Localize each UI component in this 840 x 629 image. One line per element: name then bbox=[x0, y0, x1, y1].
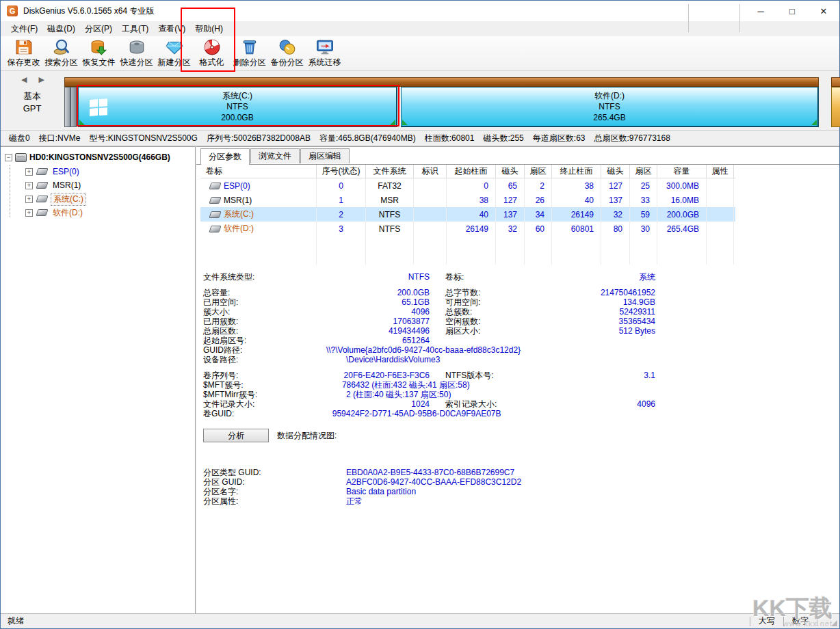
tree-item-label: 系统(C:) bbox=[51, 193, 86, 206]
column-header[interactable]: 磁头 bbox=[601, 165, 630, 178]
status-ready-text: 就绪 bbox=[8, 615, 24, 627]
toolbar-button-backup-partition[interactable]: 备份分区 bbox=[268, 36, 306, 70]
table-cell bbox=[366, 236, 414, 250]
volume-label-cell: MSR(1) bbox=[200, 193, 317, 207]
menu-item-file[interactable]: 文件(F) bbox=[6, 21, 42, 37]
detail-value: 2 (柱面:40 磁头:137 扇区:50) bbox=[268, 389, 451, 401]
table-cell bbox=[414, 236, 447, 250]
table-cell: 137 bbox=[496, 207, 525, 222]
maximize-button[interactable]: □ bbox=[776, 1, 808, 21]
table-cell: 65 bbox=[496, 178, 525, 193]
table-cell bbox=[552, 236, 601, 250]
table-cell: 127 bbox=[496, 193, 525, 207]
new-partition-icon bbox=[166, 38, 183, 56]
window-controls: ─□✕ bbox=[745, 1, 839, 21]
num-indicator: 数字 bbox=[792, 615, 809, 627]
table-cell bbox=[496, 236, 525, 250]
menu-item-partition[interactable]: 分区(P) bbox=[80, 21, 117, 37]
collapse-icon[interactable]: − bbox=[5, 154, 12, 161]
table-cell: 80 bbox=[601, 222, 630, 236]
column-header[interactable]: 终止柱面 bbox=[552, 165, 601, 178]
tree-item[interactable]: +系统(C:) bbox=[1, 192, 195, 206]
tab-sector-edit[interactable]: 扇区编辑 bbox=[300, 148, 350, 163]
detail-row: 总容量:200.0GB总字节数:214750461952 bbox=[203, 288, 682, 297]
next-disk-strip-fragment bbox=[831, 77, 840, 87]
disk-header-strip[interactable] bbox=[64, 77, 819, 87]
toolbar-button-save-changes[interactable]: 保存更改 bbox=[5, 36, 42, 70]
menu-item-disk[interactable]: 磁盘(D) bbox=[42, 21, 80, 37]
system-partition-block[interactable]: 系统(C:) NTFS 200.0GB bbox=[78, 87, 397, 127]
save-icon bbox=[15, 38, 33, 56]
disk-nav-arrows[interactable]: ◀ ▶ bbox=[21, 75, 49, 84]
column-header[interactable]: 扇区 bbox=[525, 165, 552, 178]
detail-value: 35365434 bbox=[521, 317, 655, 326]
tree-item[interactable]: +MSR(1) bbox=[1, 178, 195, 192]
toolbar-button-delete-partition[interactable]: 删除分区 bbox=[231, 36, 268, 70]
resize-grip[interactable] bbox=[826, 614, 839, 628]
table-cell: 26149 bbox=[447, 222, 496, 236]
column-header[interactable]: 扇区 bbox=[630, 165, 657, 178]
column-header[interactable]: 卷标 bbox=[200, 165, 317, 178]
toolbar-button-quick-partition[interactable]: 快速分区 bbox=[118, 36, 155, 70]
msr-partition-block[interactable] bbox=[70, 87, 77, 127]
expand-icon[interactable]: + bbox=[25, 209, 33, 217]
tree-item[interactable]: +ESP(0) bbox=[1, 165, 195, 178]
table-row[interactable]: 软件(D:)3NTFS261493260608018030265.4GB bbox=[200, 222, 735, 236]
toolbar-button-search-partition[interactable]: 搜索分区 bbox=[42, 36, 80, 70]
expand-icon[interactable]: + bbox=[25, 196, 33, 203]
title-bar: G DiskGenius V5.6.0.1565 x64 专业版 ─□✕ bbox=[1, 1, 839, 21]
format-icon bbox=[203, 38, 221, 56]
close-button[interactable]: ✕ bbox=[808, 1, 839, 21]
expand-icon[interactable]: + bbox=[25, 182, 33, 189]
partition-icon bbox=[209, 226, 221, 232]
analyze-button[interactable]: 分析 bbox=[203, 429, 269, 442]
column-header[interactable]: 属性 bbox=[707, 165, 734, 178]
diskgenius-window: G DiskGenius V5.6.0.1565 x64 专业版 ─□✕ 文件(… bbox=[0, 0, 840, 629]
column-header[interactable]: 标识 bbox=[414, 165, 447, 178]
table-cell: 1 bbox=[317, 193, 366, 207]
status-bar: 就绪 大写 数字 bbox=[1, 613, 839, 628]
column-header[interactable]: 起始柱面 bbox=[447, 165, 496, 178]
detail-row: GUID路径:\\?\Volume{a2bfc0d6-9427-40cc-baa… bbox=[203, 345, 682, 355]
column-header[interactable]: 序号(状态) bbox=[317, 165, 366, 178]
esp-partition-block[interactable] bbox=[64, 87, 70, 127]
menu-item-tools[interactable]: 工具(T) bbox=[117, 21, 153, 37]
table-cell bbox=[657, 236, 707, 250]
partition-icon bbox=[36, 182, 48, 189]
column-header[interactable]: 文件系统 bbox=[366, 165, 414, 178]
table-cell: 32 bbox=[601, 207, 630, 222]
table-row[interactable]: MSR(1)1MSR3812726401373316.0MB bbox=[200, 193, 735, 207]
table-cell: 32 bbox=[496, 222, 525, 236]
table-cell: MSR bbox=[366, 193, 414, 207]
volume-label: 系统(C:) bbox=[224, 209, 254, 220]
partition-name: 系统(C:) bbox=[222, 90, 252, 101]
toolbar-button-new-partition[interactable]: 新建分区 bbox=[155, 36, 193, 70]
table-cell bbox=[630, 236, 657, 250]
expand-icon[interactable]: + bbox=[25, 168, 33, 176]
partition-icon bbox=[36, 168, 48, 175]
toolbar-button-system-migration[interactable]: 系统迁移 bbox=[306, 36, 343, 70]
software-partition-block[interactable]: 软件(D:) NTFS 265.4GB bbox=[401, 87, 819, 127]
toolbar-button-label: 新建分区 bbox=[158, 57, 191, 68]
toolbar-button-recover-files[interactable]: 恢复文件 bbox=[80, 36, 118, 70]
partition-table-header: 卷标序号(状态)文件系统标识起始柱面磁头扇区终止柱面磁头扇区容量属性 bbox=[200, 165, 735, 178]
menu-item-help[interactable]: 帮助(H) bbox=[190, 21, 228, 37]
detail-row: $MFTMirr簇号:2 (柱面:40 磁头:137 扇区:50) bbox=[203, 390, 682, 399]
backup-partition-icon bbox=[278, 38, 296, 56]
column-header[interactable]: 磁头 bbox=[496, 165, 525, 178]
caps-indicator: 大写 bbox=[759, 615, 775, 627]
menu-item-view[interactable]: 查看(V) bbox=[153, 21, 190, 37]
toolbar-button-format[interactable]: 格式化 bbox=[193, 36, 231, 70]
tree-root-item[interactable]: − HD0:KINGSTONSNV2S500G(466GB) bbox=[1, 150, 195, 165]
table-cell bbox=[601, 236, 630, 250]
table-row[interactable]: 系统(C:)2NTFS4013734261493259200.0GB bbox=[200, 207, 735, 222]
toolbar-separator bbox=[739, 4, 740, 32]
tree-item[interactable]: +软件(D:) bbox=[1, 206, 195, 219]
toolbar-button-label: 快速分区 bbox=[120, 57, 153, 68]
tab-browse-files[interactable]: 浏览文件 bbox=[250, 148, 300, 163]
column-header[interactable]: 容量 bbox=[657, 165, 707, 178]
table-row[interactable]: ESP(0)0FAT3206523812725300.0MB bbox=[200, 178, 735, 193]
minimize-button[interactable]: ─ bbox=[745, 1, 776, 21]
toolbar-button-label: 格式化 bbox=[200, 57, 224, 68]
tab-partition-params[interactable]: 分区参数 bbox=[200, 148, 250, 165]
